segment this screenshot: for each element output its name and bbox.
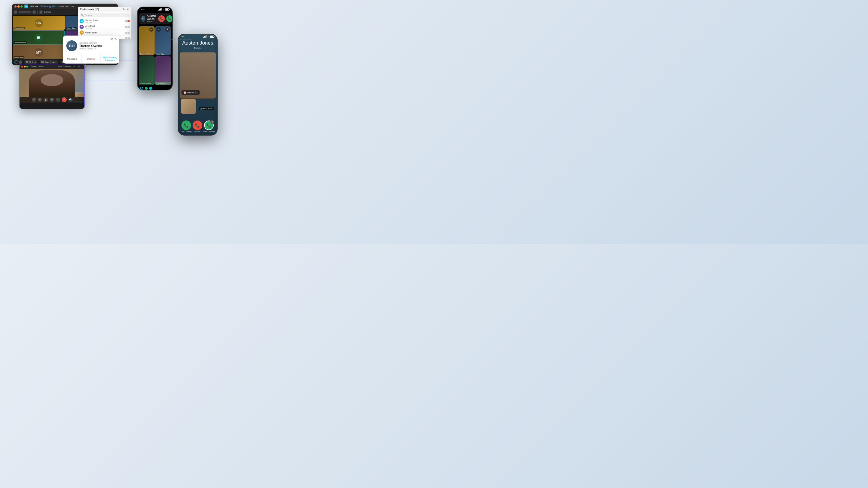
close-dialog-icon[interactable]: ✕	[115, 37, 117, 40]
tile-more-btn[interactable]: •••	[149, 27, 153, 32]
phone-tile-name-1: Henry Riggs	[156, 53, 164, 55]
p-info-0: Clarissa Smith Host, me	[85, 19, 124, 23]
p-mic-icon-1	[125, 26, 127, 28]
incoming-call-label: Incoming call from	[80, 42, 116, 44]
phone-left: 9:41 ▲ AJ Austen Jones mobi	[137, 7, 173, 90]
p-name-1: Umar Patel	[85, 25, 124, 27]
zoom-slider[interactable]	[19, 11, 31, 13]
dropdown-arrow-video[interactable]: ▾	[56, 61, 56, 63]
stop-video-label: Stop video	[44, 61, 55, 63]
decline-button[interactable]: Decline	[82, 54, 101, 64]
tile-mute-btn[interactable]: 🔇	[165, 27, 170, 32]
search-placeholder: Search	[85, 14, 92, 16]
hold-answer-button[interactable]: Hold meeting & answer	[101, 54, 119, 64]
layout-icon[interactable]	[39, 10, 42, 13]
p-video-icon-3	[127, 37, 130, 39]
phone-tile-2: Isabelle Brennan	[139, 56, 155, 85]
phone-tile-3: Marise Torres	[155, 56, 171, 85]
call-grid-btn[interactable]: ⊞	[50, 98, 54, 102]
search-box[interactable]: 🔍 Search	[80, 13, 130, 17]
avatar-isabella: IB	[35, 33, 43, 42]
pr-sig-1	[203, 37, 204, 38]
layout-btn[interactable]: Layout	[44, 11, 51, 13]
p-name-0: Clarissa Smith	[85, 19, 124, 22]
indicator-blue	[149, 87, 152, 90]
pr-action-area: 📞 End & Accept 📞 Decline	[179, 119, 217, 135]
close-button[interactable]	[14, 5, 17, 7]
call-end-btn[interactable]: ✕	[62, 97, 67, 102]
tile-name-bar: Marise Torres	[155, 82, 171, 85]
pr-action-hold-accept: ⏸ 📞 Hold & Accept	[204, 121, 215, 133]
phone-left-screen: 9:41 ▲ AJ Austen Jones mobi	[138, 7, 172, 90]
divider	[37, 10, 38, 13]
pr-decline-icon: 📞	[195, 123, 200, 128]
caller-name: Darren Owens	[80, 44, 116, 47]
banner-caller: AJ Austen Jones mobile	[141, 14, 158, 23]
tile-name-isabella: Isabella Brennan	[14, 41, 27, 44]
mute-button[interactable]: Mute ▾	[24, 60, 37, 64]
panel-header: Participants (10) ⇅ ✕	[78, 7, 131, 12]
sort-icon[interactable]: ⇅	[123, 8, 125, 11]
phone-status-bar-left: 9:41 ▲	[138, 7, 172, 11]
tile-marise: MT Marise Torres	[13, 45, 65, 59]
phone-right-screen: 9:41 ▲ Austen Jones Mobile	[179, 34, 217, 135]
p-icons-3	[125, 37, 130, 39]
battery-icon	[165, 8, 169, 10]
pr-end-accept-btn[interactable]: 📞	[181, 121, 191, 130]
show-menu-btn[interactable]: Show menu bar	[59, 5, 74, 7]
tile-more-btn-1[interactable]: •••	[156, 27, 161, 32]
banner-accept-btn[interactable]: 📞	[166, 15, 172, 22]
pr-action-decline: 📞 Decline	[193, 121, 202, 133]
video-icon	[41, 61, 44, 63]
pr-signal	[203, 35, 207, 38]
phone-indicators	[138, 86, 172, 90]
call-maximize[interactable]	[26, 66, 28, 67]
signal-1	[158, 10, 159, 10]
dialog-actions: Message Decline Hold meeting & answer	[63, 54, 119, 64]
pr-sig-2	[204, 36, 205, 38]
maximize-button[interactable]	[21, 5, 23, 7]
dialog-controls: ⚙ ✕	[110, 37, 117, 40]
phone-participant-grid: ••• Clarissa Smith 🔇 ••• Henry Riggs Isa…	[138, 26, 172, 86]
pr-hold-accept-btn[interactable]: ⏸ 📞	[204, 121, 214, 130]
message-button[interactable]: Message	[63, 54, 82, 64]
caller-head	[41, 74, 63, 86]
p-info-2: Austen Baker	[85, 32, 124, 34]
pr-end-accept-label: End & Accept	[181, 131, 192, 133]
phone-incoming-banner[interactable]: AJ Austen Jones mobile 📞 📞	[139, 13, 171, 24]
chat-icon[interactable]	[19, 61, 22, 64]
phone-right: 9:41 ▲ Austen Jones Mobile	[178, 34, 218, 135]
webex-logo: W	[24, 4, 28, 8]
settings-icon[interactable]: ⚙	[110, 37, 113, 40]
call-duration: 01:12	[78, 65, 83, 67]
call-close[interactable]	[22, 66, 23, 67]
call-video-btn[interactable]: 📷	[38, 98, 42, 102]
pr-status-bar: 9:41 ▲	[179, 34, 217, 38]
tile-isabella: IB Isabella Brennan	[13, 30, 65, 44]
panel-close-button[interactable]: ✕	[127, 8, 129, 11]
call-chat-btn[interactable]: 💬	[68, 98, 73, 102]
participant-item-0: CS Clarissa Smith Host, me	[78, 19, 131, 24]
call-screen-btn[interactable]: 🖥	[44, 98, 48, 102]
p-info-1: Umar Patel Presenter	[85, 25, 124, 29]
call-more-btn[interactable]: •••	[56, 98, 60, 102]
dropdown-arrow[interactable]: ▾	[35, 61, 36, 63]
zoom-icon[interactable]	[33, 10, 36, 13]
phone-tile-name-2: Isabelle Brennan	[140, 83, 151, 85]
call-minimize[interactable]	[24, 66, 26, 67]
meeting-info-link[interactable]: Meeting info	[41, 5, 56, 8]
p-mic-icon-2	[125, 32, 127, 34]
pr-decline-btn[interactable]: 📞	[193, 121, 202, 130]
call-mic-btn[interactable]: 🎤	[32, 98, 36, 102]
caller-info: Incoming call from Darren Owens Work:+15…	[80, 42, 116, 50]
banner-decline-btn[interactable]: 📞	[158, 15, 165, 22]
pr-battery-fill	[210, 36, 213, 37]
status-ring	[14, 60, 18, 64]
minimize-button[interactable]	[18, 5, 20, 7]
avatar-clarissa: CS	[35, 19, 43, 27]
stop-video-button[interactable]: Stop video ▾	[40, 60, 58, 64]
call-number: Work: +1 888 555 1234	[58, 66, 75, 67]
p-name-2: Austen Baker	[85, 32, 124, 34]
pr-pip-fill	[181, 99, 196, 114]
search-icon[interactable]	[14, 10, 17, 13]
